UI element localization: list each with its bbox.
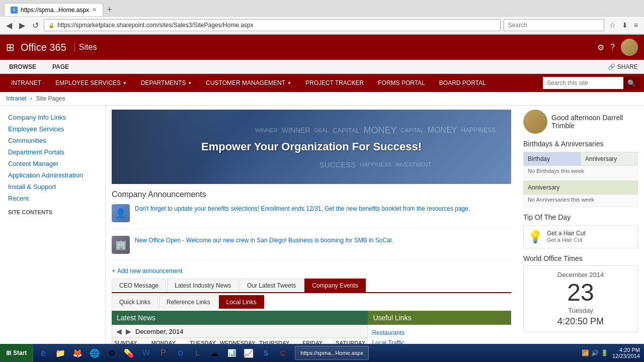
taskbar-app-firefox[interactable]: 🦊 [69,345,86,361]
download-icon[interactable]: ⬇ [620,20,630,30]
announcement-text-2[interactable]: New Office Open - Welcome our new crew i… [135,236,393,245]
taskbar-app-explorer[interactable]: 📁 [52,345,68,361]
hero-banner: WINNER WINNER DEAL CAPITAL MONEY CAPITAL… [112,110,511,184]
sidebar-item-communities[interactable]: Communities [4,135,101,146]
system-tray: 📶 🔊 🔋 [582,349,608,356]
anniversary-tab-button[interactable]: Anniversary [581,152,638,166]
tip-main-text: Get a Hair Cut [547,230,586,237]
new-tab-button[interactable]: + [103,5,116,14]
taskbar-app-settings[interactable]: ⚙ [104,345,120,361]
tabs-row-2: Quick Links Reference Links Local Links [112,295,511,309]
nav-board-portal[interactable]: BOARD PORTAL [432,74,493,92]
tab-industry-news[interactable]: Latest Industry News [167,279,238,292]
sidebar-item-employee-services[interactable]: Employee Services [4,123,101,135]
user-avatar[interactable] [621,39,638,56]
nav-intranet[interactable]: INTRANET [4,74,48,92]
tab-tweets[interactable]: Our Latest Tweets [239,279,303,292]
ribbon-browse[interactable]: BROWSE [6,62,39,71]
address-bar[interactable]: 🔒 https://spmarketplace.sharepoint.com/s… [44,19,501,31]
tab-reference-links[interactable]: Reference Links [159,295,218,309]
announcement-icon-2: 🏢 [112,236,130,254]
taskbar-app-lync[interactable]: L [189,345,205,361]
content-grid: WINNER WINNER DEAL CAPITAL MONEY CAPITAL… [112,110,638,359]
taskbar-app-chart[interactable]: 📊 [223,345,239,361]
sites-label[interactable]: Sites [74,43,97,52]
taskbar-app-chrome[interactable]: 🌐 [87,345,103,361]
nav-customer-mgmt[interactable]: CUSTOMER MANAGEMENT ▼ [199,74,298,92]
add-announcement-link[interactable]: + Add new announcement [112,267,511,275]
app-name: Office 365 [21,42,66,53]
back-button[interactable]: ◀ [4,20,14,31]
taskbar-date: 12/23/2014 [612,353,640,359]
sidebar-item-department-portals[interactable]: Department Portals [4,146,101,158]
anniversary-label[interactable]: Anniversary [523,180,638,195]
toolbar-icons: ☆ ⬇ ≡ [607,20,640,30]
bookmark-icon[interactable]: ☆ [607,20,618,30]
calendar-prev[interactable]: ◀ [116,327,122,335]
share-icon: 🔗 [608,63,615,70]
sidebar-item-recent[interactable]: Recent [4,193,101,204]
taskbar-app-powerpoint[interactable]: P [155,345,171,361]
taskbar-window-sharepoint[interactable]: https://spma...Home.aspx [295,346,369,360]
birthday-tabs: Birthday Anniversary [523,152,638,166]
taskbar-app-ie[interactable]: e [35,345,51,361]
nav-forms-portal[interactable]: FORMS PORTAL [371,74,432,92]
taskbar-app-app1[interactable]: 💊 [121,345,137,361]
active-tab[interactable]: S https://spma...Home.aspx ✕ [4,3,103,16]
link-restaurants[interactable]: Restaurants [368,328,511,338]
tab-company-events[interactable]: Company Events [304,279,365,292]
avatar-image [621,39,638,56]
sidebar-item-app-admin[interactable]: Application Administration [4,169,101,181]
taskbar-app-task[interactable]: 📈 [240,345,257,361]
nav-search-input[interactable] [543,77,623,89]
calendar-month: December, 2014 [135,328,183,335]
main-wrapper: Company Info Links Employee Services Com… [0,106,644,362]
breadcrumb-current: Site Pages [36,95,65,102]
tip-title: Tip Of The Day [523,213,638,221]
taskbar-app-skype[interactable]: S [258,345,274,361]
start-button[interactable]: ⊞ Start [0,344,33,362]
ribbon-share[interactable]: 🔗 SHARE [608,63,638,70]
taskbar-app-outlook[interactable]: O [172,345,188,361]
nav-search-button[interactable]: 🔍 [623,77,640,89]
waffle-icon[interactable]: ⊞ [6,41,15,53]
announcement-text-1[interactable]: Don't forget to update your benefits sel… [135,204,470,213]
forward-button[interactable]: ▶ [17,20,27,31]
sidebar-item-company-info[interactable]: Company Info Links [4,112,101,123]
volume-icon: 🔊 [591,349,599,356]
sp-topbar: ⊞ Office 365 Sites ⚙ ? [0,35,644,60]
tab-local-links[interactable]: Local Links [219,295,264,309]
greeting-text: Good afternoon Darrell Trimble [551,114,638,130]
taskbar-app-clearcontext[interactable]: C [275,345,291,361]
tab-ceo-message[interactable]: CEO Message [112,279,166,292]
settings-icon[interactable]: ⚙ [597,43,604,52]
add-icon: + [112,267,115,275]
browser-search-input[interactable] [504,19,604,31]
nav-search[interactable]: 🔍 [543,77,640,89]
ribbon-page[interactable]: PAGE [49,62,72,71]
nav-departments[interactable]: DEPARTMENTS ▼ [134,74,199,92]
reload-button[interactable]: ↺ [30,20,41,31]
sidebar-item-install-support[interactable]: Install & Support [4,181,101,193]
help-icon[interactable]: ? [610,43,615,52]
breadcrumb-intranet[interactable]: Intranet [6,95,27,102]
network-icon: 📶 [582,349,589,356]
taskbar-app-word[interactable]: W [138,345,154,361]
nav-project-tracker[interactable]: PROJECT TRACKER [298,74,371,92]
nav-employee-services[interactable]: EMPLOYEE SERVICES ▼ [48,74,134,92]
clock-display[interactable]: 4:20 PM 12/23/2014 [612,347,640,359]
clock-day: Tuesday [529,307,632,314]
sidebar-item-content-manager[interactable]: Content Manager [4,158,101,169]
birthday-tab-button[interactable]: Birthday [523,152,581,166]
tip-section: Tip Of The Day 💡 Get a Hair Cut Get a Ha… [523,213,638,248]
tab-close-button[interactable]: ✕ [92,7,97,13]
menu-icon[interactable]: ≡ [632,20,640,30]
user-photo [523,110,547,134]
clock-month: December 2014 [529,271,632,279]
calendar-next[interactable]: ▶ [126,327,131,335]
left-main-content: WINNER WINNER DEAL CAPITAL MONEY CAPITAL… [112,110,511,359]
url-text: https://spmarketplace.sharepoint.com/sit… [57,22,254,29]
greeting-box: Good afternoon Darrell Trimble [523,110,638,134]
tab-quick-links[interactable]: Quick Links [112,295,158,309]
taskbar-app-cloud[interactable]: ☁ [206,345,222,361]
